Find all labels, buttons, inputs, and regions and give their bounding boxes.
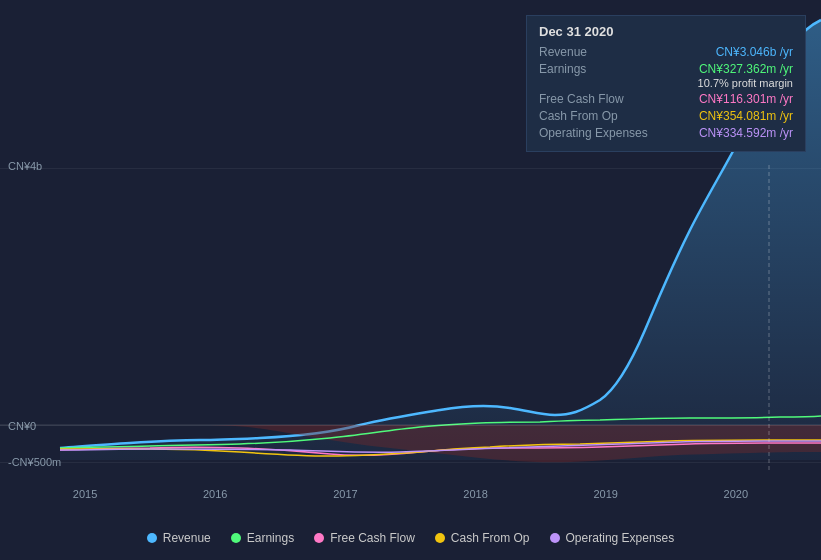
legend-dot-freecash — [314, 533, 324, 543]
legend-item-cashfromop[interactable]: Cash From Op — [435, 531, 530, 545]
tooltip-value-revenue: CN¥3.046b /yr — [716, 45, 793, 59]
x-label-2015: 2015 — [73, 488, 97, 500]
legend-dot-earnings — [231, 533, 241, 543]
tooltip-row-cashfromop: Cash From Op CN¥354.081m /yr — [539, 109, 793, 123]
tooltip-value-opexpenses: CN¥334.592m /yr — [699, 126, 793, 140]
tooltip-profit-margin: 10.7% profit margin — [698, 77, 793, 89]
legend-dot-revenue — [147, 533, 157, 543]
tooltip-value-freecash: CN¥116.301m /yr — [699, 92, 793, 106]
x-label-2019: 2019 — [593, 488, 617, 500]
x-label-2016: 2016 — [203, 488, 227, 500]
tooltip-value-earnings: CN¥327.362m /yr — [698, 62, 793, 76]
tooltip-row-opexpenses: Operating Expenses CN¥334.592m /yr — [539, 126, 793, 140]
legend-item-revenue[interactable]: Revenue — [147, 531, 211, 545]
legend-item-opexpenses[interactable]: Operating Expenses — [550, 531, 675, 545]
chart-container: Dec 31 2020 Revenue CN¥3.046b /yr Earnin… — [0, 0, 821, 560]
legend-dot-opexpenses — [550, 533, 560, 543]
tooltip-label-earnings: Earnings — [539, 62, 669, 76]
legend: Revenue Earnings Free Cash Flow Cash Fro… — [0, 531, 821, 545]
legend-label-cashfromop: Cash From Op — [451, 531, 530, 545]
tooltip-date: Dec 31 2020 — [539, 24, 793, 39]
legend-label-opexpenses: Operating Expenses — [566, 531, 675, 545]
x-labels: 2015 2016 2017 2018 2019 2020 — [0, 488, 821, 500]
tooltip-label-freecash: Free Cash Flow — [539, 92, 669, 106]
tooltip-value-cashfromop: CN¥354.081m /yr — [699, 109, 793, 123]
legend-dot-cashfromop — [435, 533, 445, 543]
tooltip-row-freecash: Free Cash Flow CN¥116.301m /yr — [539, 92, 793, 106]
tooltip-row-revenue: Revenue CN¥3.046b /yr — [539, 45, 793, 59]
tooltip-label-revenue: Revenue — [539, 45, 669, 59]
x-label-2020: 2020 — [724, 488, 748, 500]
legend-label-revenue: Revenue — [163, 531, 211, 545]
tooltip-label-cashfromop: Cash From Op — [539, 109, 669, 123]
tooltip-label-opexpenses: Operating Expenses — [539, 126, 669, 140]
legend-label-freecash: Free Cash Flow — [330, 531, 415, 545]
legend-label-earnings: Earnings — [247, 531, 294, 545]
legend-item-freecash[interactable]: Free Cash Flow — [314, 531, 415, 545]
x-label-2017: 2017 — [333, 488, 357, 500]
x-label-2018: 2018 — [463, 488, 487, 500]
tooltip-row-earnings: Earnings CN¥327.362m /yr 10.7% profit ma… — [539, 62, 793, 89]
tooltip-box: Dec 31 2020 Revenue CN¥3.046b /yr Earnin… — [526, 15, 806, 152]
legend-item-earnings[interactable]: Earnings — [231, 531, 294, 545]
